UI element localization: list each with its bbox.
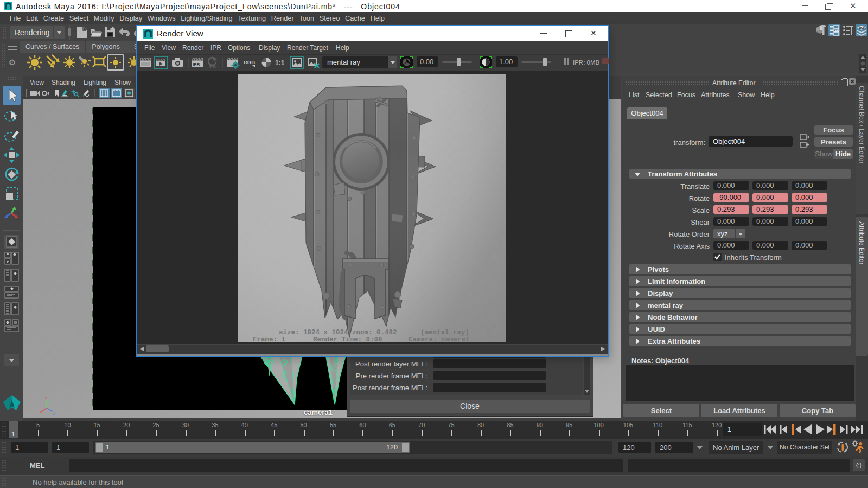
svg-text:y: y	[48, 399, 50, 404]
svg-text:IPR: IPR	[193, 62, 200, 67]
svg-text:Frame: 1: Frame: 1	[253, 336, 285, 342]
svg-text:size: 1024 x 1024 zoom: 0.482: size: 1024 x 1024 zoom: 0.482	[279, 329, 397, 337]
svg-text:(mental ray): (mental ray)	[420, 329, 469, 337]
svg-text:RGB: RGB	[244, 59, 255, 65]
svg-text:IPR: IPR	[209, 64, 216, 69]
svg-text:Camera: camera1: Camera: camera1	[409, 336, 470, 342]
svg-text:x: x	[45, 396, 47, 400]
svg-text:z: z	[53, 411, 55, 416]
svg-text:1:1: 1:1	[275, 59, 285, 67]
svg-text:Render Time: 0:08: Render Time: 0:08	[313, 336, 382, 342]
